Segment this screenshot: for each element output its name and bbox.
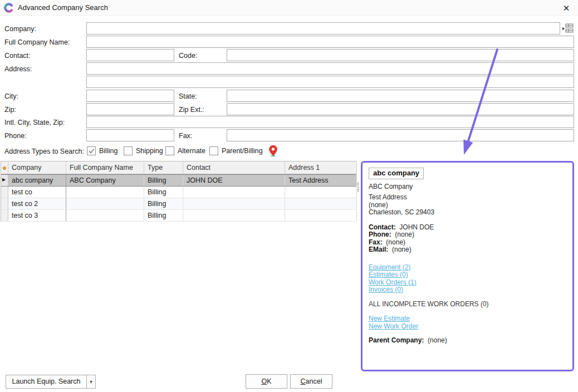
email-field-value: (none): [392, 246, 412, 253]
grid-selector-indicator: [3, 166, 6, 170]
new-estimate-link[interactable]: New Estimate: [369, 315, 410, 323]
address-line: (none): [369, 202, 566, 209]
checkbox-parent-billing[interactable]: [209, 146, 218, 155]
cell-contact[interactable]: [183, 187, 285, 198]
launch-equip-search-button[interactable]: Launch Equip. Search: [6, 375, 87, 389]
cell-full-company-name[interactable]: ABC Company: [66, 175, 144, 186]
estimates-link[interactable]: Estimates (0): [369, 271, 408, 279]
advanced-company-search-dialog: Advanced Company Search ✕ Company: Full …: [0, 0, 578, 392]
map-pin-icon[interactable]: [268, 145, 278, 157]
cell-company[interactable]: abc company: [8, 175, 66, 186]
full-company-name-label: Full Company Name:: [4, 38, 70, 46]
column-header-full-company-name[interactable]: Full Company Name: [66, 161, 144, 174]
cell-full-company-name[interactable]: [66, 187, 144, 198]
zip-ext-input[interactable]: [227, 103, 574, 115]
state-input[interactable]: [227, 90, 574, 102]
company-detail-panel: abc company ABC Company Test Address (no…: [361, 161, 574, 371]
equipment-link[interactable]: Equipment (2): [369, 264, 410, 272]
cell-full-company-name[interactable]: [66, 198, 144, 209]
address-types-label: Address Types to Search:: [4, 148, 84, 155]
address-line1-input[interactable]: [86, 62, 574, 75]
email-field-label: EMail:: [369, 246, 388, 253]
intl-city-state-zip-input[interactable]: [86, 116, 574, 128]
work-orders-link[interactable]: Work Orders (1): [369, 279, 417, 287]
splitter-handle[interactable]: [357, 183, 359, 192]
launch-equip-search-dropdown[interactable]: ▾: [86, 375, 96, 389]
app-logo-icon: [4, 3, 14, 13]
checkbox-alternate[interactable]: [165, 146, 174, 155]
row-selector-cell: ▶: [1, 175, 8, 186]
row-selector-cell: [1, 198, 8, 209]
grid-header: Company Full Company Name Type Contact A…: [1, 161, 356, 174]
checkbox-alternate-label: Alternate: [178, 147, 205, 155]
parent-company-value: (none): [428, 336, 447, 344]
cell-contact[interactable]: [183, 210, 285, 221]
cell-full-company-name[interactable]: [66, 210, 144, 221]
ok-button[interactable]: OK: [246, 374, 287, 389]
column-header-address1[interactable]: Address 1: [285, 161, 357, 174]
cell-contact[interactable]: JOHN DOE: [183, 175, 285, 186]
company-lookup-icon[interactable]: [562, 23, 574, 33]
cell-type[interactable]: Billing: [144, 210, 183, 221]
checkbox-shipping-label: Shipping: [136, 147, 163, 155]
table-row[interactable]: test co Billing: [1, 187, 356, 198]
cell-company[interactable]: test co: [8, 187, 66, 198]
code-input[interactable]: [227, 49, 574, 61]
fax-field-value: (none): [386, 238, 405, 246]
company-full-name: ABC Company: [369, 183, 413, 190]
row-selector-cell: [1, 210, 8, 221]
full-company-name-input[interactable]: [86, 36, 574, 48]
cell-type[interactable]: Billing: [144, 198, 183, 209]
cell-address1[interactable]: [285, 210, 357, 221]
intl-city-state-zip-label: Intl. City, State, Zip:: [4, 119, 65, 126]
cell-address1[interactable]: Test Address: [285, 175, 357, 186]
selected-row-marker-icon: ▶: [2, 177, 6, 182]
city-label: City:: [4, 92, 18, 100]
column-header-type[interactable]: Type: [144, 161, 183, 174]
phone-field-value: (none): [395, 231, 414, 238]
grid-selector-header: [1, 161, 8, 174]
check-icon: [88, 148, 95, 155]
column-header-contact[interactable]: Contact: [183, 161, 285, 174]
cancel-button[interactable]: Cancel: [290, 374, 332, 389]
table-row[interactable]: ▶ abc company ABC Company Billing JOHN D…: [1, 174, 356, 187]
zip-label: Zip:: [4, 106, 16, 114]
column-header-company[interactable]: Company: [8, 161, 66, 174]
cell-company[interactable]: test co 3: [8, 210, 66, 221]
table-row[interactable]: test co 3 Billing: [1, 210, 356, 222]
company-name-box: abc company: [369, 168, 424, 179]
city-input[interactable]: [86, 90, 174, 102]
cell-contact[interactable]: [183, 198, 285, 209]
zip-ext-label: Zip Ext.:: [179, 106, 204, 114]
phone-input[interactable]: [86, 129, 174, 141]
window-title: Advanced Company Search: [18, 3, 108, 12]
contact-field-value: JOHN DOE: [399, 223, 434, 231]
checkbox-billing-label: Billing: [99, 147, 117, 155]
invoices-link[interactable]: Invoices (0): [369, 286, 403, 294]
fax-input[interactable]: [227, 129, 574, 141]
contact-label: Contact:: [4, 52, 31, 60]
zip-input[interactable]: [86, 103, 174, 115]
all-incomplete-work-orders-label: ALL INCOMPLETE WORK ORDERS (0): [369, 301, 566, 308]
checkbox-shipping[interactable]: [124, 146, 133, 155]
address-line2-input[interactable]: [86, 76, 574, 88]
table-row[interactable]: test co 2 Billing: [1, 198, 356, 210]
address-label: Address:: [4, 65, 32, 73]
company-label: Company:: [4, 25, 36, 33]
parent-company-label: Parent Company:: [369, 336, 424, 344]
address-line: Charleston, SC 29403: [369, 209, 566, 217]
results-grid: Company Full Company Name Type Contact A…: [1, 161, 356, 222]
cell-address1[interactable]: [285, 198, 357, 209]
phone-field-label: Phone:: [369, 231, 391, 238]
close-icon[interactable]: ✕: [558, 2, 575, 14]
contact-field-label: Contact:: [369, 223, 396, 231]
cell-company[interactable]: test co 2: [8, 198, 66, 209]
contact-input[interactable]: [86, 49, 174, 61]
cell-type[interactable]: Billing: [144, 175, 183, 186]
cell-address1[interactable]: [285, 187, 357, 198]
checkbox-billing[interactable]: [87, 146, 96, 155]
company-input[interactable]: [86, 22, 560, 35]
row-selector-cell: [1, 187, 8, 198]
cell-type[interactable]: Billing: [144, 187, 183, 198]
new-work-order-link[interactable]: New Work Order: [369, 323, 418, 331]
